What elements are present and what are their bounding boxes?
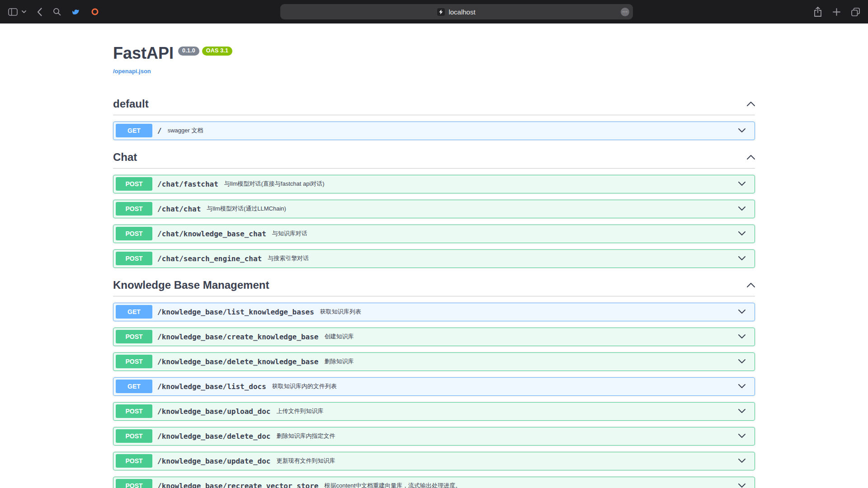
method-badge: POST	[116, 202, 152, 216]
endpoint-summary: 获取知识库内的文件列表	[272, 382, 733, 390]
extension-ring-icon[interactable]	[90, 7, 100, 17]
expand-endpoint-icon[interactable]	[738, 384, 745, 389]
api-tag-section: Knowledge Base ManagementGET/knowledge_b…	[113, 274, 755, 488]
section-title: default	[113, 98, 149, 110]
endpoint-path: /knowledge_base/upload_doc	[157, 407, 270, 416]
share-icon[interactable]	[813, 6, 823, 18]
endpoint-path: /chat/knowledge_base_chat	[157, 230, 266, 238]
swagger-page: FastAPI 0.1.0 OAS 3.1 /openapi.json defa…	[0, 23, 868, 488]
endpoint-row-post[interactable]: POST/knowledge_base/update_doc更新现有文件到知识库	[113, 452, 755, 470]
expand-endpoint-icon[interactable]	[738, 182, 745, 186]
api-badges: 0.1.0 OAS 3.1	[178, 47, 232, 56]
collapse-section-icon[interactable]	[747, 282, 755, 287]
expand-endpoint-icon[interactable]	[738, 409, 745, 413]
endpoint-row-post[interactable]: POST/chat/search_engine_chat与搜索引擎对话	[113, 249, 755, 268]
sidebar-toggle-icon[interactable]	[7, 7, 19, 17]
extension-bird-icon[interactable]	[71, 7, 81, 17]
expand-endpoint-icon[interactable]	[738, 483, 745, 488]
expand-endpoint-icon[interactable]	[738, 359, 745, 364]
endpoint-path: /knowledge_base/list_knowledge_bases	[157, 308, 314, 316]
endpoint-path: /knowledge_base/create_knowledge_base	[157, 333, 318, 341]
method-badge: POST	[116, 429, 152, 443]
endpoint-summary: 创建知识库	[324, 333, 733, 341]
endpoint-summary: 更新现有文件到知识库	[276, 457, 733, 465]
endpoint-row-post[interactable]: POST/chat/fastchat与llm模型对话(直接与fastchat a…	[113, 175, 755, 193]
expand-endpoint-icon[interactable]	[738, 231, 745, 236]
expand-endpoint-icon[interactable]	[738, 206, 745, 211]
endpoint-path: /knowledge_base/update_doc	[157, 457, 270, 465]
endpoint-row-post[interactable]: POST/chat/chat与llm模型对话(通过LLMChain)	[113, 200, 755, 218]
endpoint-row-post[interactable]: POST/knowledge_base/create_knowledge_bas…	[113, 328, 755, 346]
endpoint-path: /knowledge_base/recreate_vector_store	[157, 482, 318, 488]
tab-overview-icon[interactable]	[850, 7, 861, 17]
expand-endpoint-icon[interactable]	[738, 256, 745, 261]
method-badge: POST	[116, 355, 152, 368]
endpoint-summary: 与搜索引擎对话	[268, 254, 733, 263]
method-badge: POST	[116, 177, 152, 191]
endpoint-path: /chat/search_engine_chat	[157, 254, 262, 263]
endpoint-summary: 获取知识库列表	[320, 308, 733, 316]
api-info: FastAPI 0.1.0 OAS 3.1 /openapi.json	[113, 23, 755, 75]
endpoint-row-post[interactable]: POST/chat/knowledge_base_chat与知识库对话	[113, 225, 755, 243]
endpoint-summary: swagger 文档	[168, 127, 733, 135]
endpoint-path: /	[157, 127, 162, 135]
expand-endpoint-icon[interactable]	[738, 128, 745, 133]
search-icon[interactable]	[52, 7, 62, 17]
endpoint-path: /chat/chat	[157, 205, 201, 213]
endpoint-path: /knowledge_base/list_docs	[157, 382, 266, 391]
expand-endpoint-icon[interactable]	[738, 334, 745, 339]
endpoint-row-post[interactable]: POST/knowledge_base/upload_doc上传文件到知识库	[113, 402, 755, 421]
endpoint-summary: 删除知识库	[324, 357, 733, 366]
browser-toolbar: localhost ⋯	[0, 0, 868, 23]
method-badge: POST	[116, 454, 152, 468]
endpoint-row-get[interactable]: GET/knowledge_base/list_knowledge_bases获…	[113, 303, 755, 321]
section-header[interactable]: Chat	[113, 146, 755, 169]
expand-endpoint-icon[interactable]	[738, 310, 745, 314]
sidebar-chevron-down-icon[interactable]	[21, 9, 27, 14]
api-tag-section: defaultGET/swagger 文档	[113, 93, 755, 140]
method-badge: GET	[116, 380, 152, 393]
endpoint-row-post[interactable]: POST/knowledge_base/delete_knowledge_bas…	[113, 352, 755, 371]
endpoint-row-get[interactable]: GET/swagger 文档	[113, 122, 755, 140]
endpoint-summary: 与llm模型对话(直接与fastchat api对话)	[224, 180, 733, 188]
oas-badge: OAS 3.1	[202, 47, 232, 56]
back-icon[interactable]	[36, 7, 43, 17]
endpoint-row-post[interactable]: POST/knowledge_base/delete_doc删除知识库内指定文件	[113, 427, 755, 446]
endpoint-summary: 上传文件到知识库	[276, 407, 733, 415]
api-tag-section: ChatPOST/chat/fastchat与llm模型对话(直接与fastch…	[113, 146, 755, 268]
version-badge: 0.1.0	[178, 47, 199, 56]
site-favicon-icon	[437, 8, 445, 16]
method-badge: POST	[116, 330, 152, 343]
endpoint-row-get[interactable]: GET/knowledge_base/list_docs获取知识库内的文件列表	[113, 377, 755, 396]
section-header[interactable]: Knowledge Base Management	[113, 274, 755, 296]
api-title-text: FastAPI	[113, 44, 174, 62]
section-title: Knowledge Base Management	[113, 279, 269, 291]
expand-endpoint-icon[interactable]	[738, 459, 745, 463]
method-badge: POST	[116, 404, 152, 418]
page-menu-icon[interactable]: ⋯	[621, 8, 629, 16]
openapi-spec-link[interactable]: /openapi.json	[113, 68, 151, 75]
endpoint-summary: 根据content中文档重建向量库，流式输出处理进度。	[324, 482, 733, 488]
api-sections: defaultGET/swagger 文档ChatPOST/chat/fastc…	[113, 93, 755, 488]
section-title: Chat	[113, 151, 137, 164]
section-header[interactable]: default	[113, 93, 755, 115]
endpoint-summary: 与llm模型对话(通过LLMChain)	[207, 205, 733, 213]
address-text: localhost	[448, 8, 475, 16]
method-badge: GET	[116, 124, 152, 137]
method-badge: POST	[116, 227, 152, 240]
method-badge: POST	[116, 252, 152, 265]
endpoint-path: /chat/fastchat	[157, 180, 218, 188]
collapse-section-icon[interactable]	[747, 101, 755, 106]
address-bar[interactable]: localhost ⋯	[280, 4, 633, 19]
new-tab-icon[interactable]	[832, 7, 841, 17]
collapse-section-icon[interactable]	[747, 155, 755, 160]
operations-list: GET/swagger 文档	[113, 122, 755, 140]
operations-list: POST/chat/fastchat与llm模型对话(直接与fastchat a…	[113, 175, 755, 268]
endpoint-summary: 删除知识库内指定文件	[276, 432, 733, 440]
operations-list: GET/knowledge_base/list_knowledge_bases获…	[113, 303, 755, 488]
method-badge: GET	[116, 305, 152, 319]
endpoint-row-post[interactable]: POST/knowledge_base/recreate_vector_stor…	[113, 477, 755, 488]
endpoint-summary: 与知识库对话	[272, 230, 733, 238]
endpoint-path: /knowledge_base/delete_doc	[157, 432, 270, 441]
expand-endpoint-icon[interactable]	[738, 434, 745, 438]
